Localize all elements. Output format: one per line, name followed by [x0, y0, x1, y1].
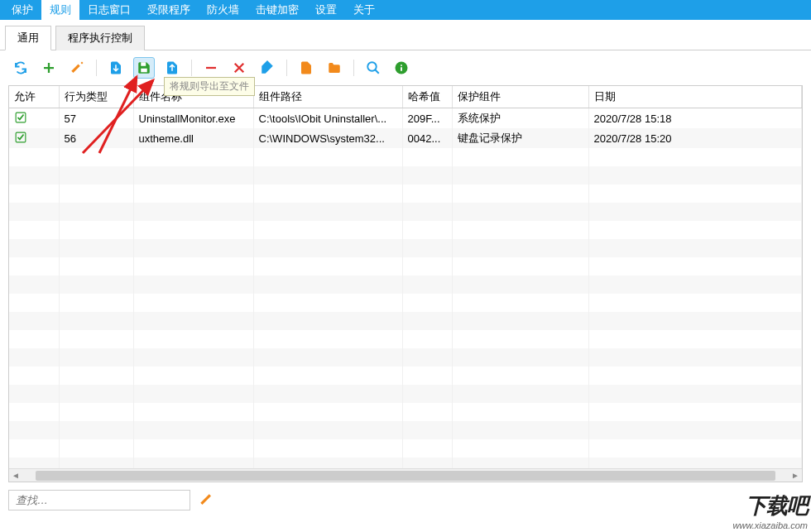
file-icon[interactable] — [295, 57, 317, 79]
menu-log[interactable]: 日志窗口 — [79, 0, 139, 20]
edit-icon[interactable] — [66, 57, 88, 79]
menu-firewall[interactable]: 防火墙 — [199, 0, 247, 20]
table-row-empty — [9, 385, 802, 403]
table-row-empty — [9, 239, 802, 257]
menu-restricted[interactable]: 受限程序 — [139, 0, 199, 20]
cell-type: 57 — [59, 108, 133, 129]
watermark-name: 下载吧 — [733, 491, 808, 520]
subtab-exec-control[interactable]: 程序执行控制 — [55, 26, 145, 50]
cell-hash: 0042... — [402, 128, 452, 148]
table-row-empty — [9, 439, 802, 458]
info-icon[interactable] — [391, 57, 412, 79]
col-hash[interactable]: 哈希值 — [402, 86, 452, 108]
menu-keystroke[interactable]: 击键加密 — [247, 0, 307, 20]
table-row-empty — [9, 367, 802, 385]
rules-table-container: 允许 行为类型 组件名称 组件路径 哈希值 保护组件 日期 57 Uninsta… — [8, 85, 803, 482]
svg-rect-1 — [141, 69, 147, 73]
col-date[interactable]: 日期 — [588, 86, 802, 108]
table-row-empty — [9, 312, 802, 330]
table-row-empty — [9, 185, 802, 203]
watermark-url: www.xiazaiba.com — [733, 520, 808, 530]
folder-icon[interactable] — [324, 57, 345, 79]
clear-search-icon[interactable] — [195, 489, 217, 510]
col-path[interactable]: 组件路径 — [253, 86, 402, 108]
table-row-empty — [9, 421, 802, 439]
cell-date: 2020/7/28 15:20 — [588, 128, 802, 148]
table-row-empty — [9, 403, 802, 421]
table-header-row: 允许 行为类型 组件名称 组件路径 哈希值 保护组件 日期 — [9, 86, 802, 108]
clean-icon[interactable] — [257, 57, 278, 79]
table-row-empty — [9, 257, 802, 276]
toolbar — [0, 50, 811, 85]
table-row[interactable]: 56 uxtheme.dll C:\WINDOWS\system32... 00… — [9, 128, 802, 148]
cell-name: uxtheme.dll — [133, 128, 253, 148]
cell-type: 56 — [59, 128, 133, 148]
rules-table: 允许 行为类型 组件名称 组件路径 哈希值 保护组件 日期 57 Uninsta… — [9, 86, 802, 476]
search-icon[interactable] — [362, 57, 384, 79]
table-row-empty — [9, 148, 802, 166]
cell-date: 2020/7/28 15:18 — [588, 108, 802, 129]
menu-rules[interactable]: 规则 — [41, 0, 79, 20]
scroll-thumb[interactable] — [36, 471, 775, 481]
scroll-left-icon[interactable]: ◄ — [9, 469, 22, 482]
menu-about[interactable]: 关于 — [345, 0, 383, 20]
watermark: 下载吧 www.xiazaiba.com — [733, 491, 808, 530]
col-protect[interactable]: 保护组件 — [452, 86, 588, 108]
cell-protect: 键盘记录保护 — [452, 128, 588, 148]
svg-point-2 — [367, 62, 377, 71]
cell-protect: 系统保护 — [452, 108, 588, 129]
table-row-empty — [9, 348, 802, 367]
cell-path: C:\tools\IObit Uninstaller\... — [253, 108, 402, 129]
tooltip: 将规则导出至文件 — [164, 77, 255, 96]
main-menubar: 保护 规则 日志窗口 受限程序 防火墙 击键加密 设置 关于 — [0, 0, 811, 20]
search-bar — [8, 489, 803, 510]
subtabs: 通用 程序执行控制 — [0, 25, 811, 50]
remove-icon[interactable] — [200, 57, 222, 79]
save-icon[interactable] — [133, 57, 155, 79]
table-row-empty — [9, 294, 802, 312]
cell-name: UninstallMonitor.exe — [133, 108, 253, 129]
col-allow[interactable]: 允许 — [9, 86, 59, 108]
import-icon[interactable] — [105, 57, 127, 79]
cell-hash: 209F... — [402, 108, 452, 129]
table-row-empty — [9, 276, 802, 294]
cell-allow — [9, 128, 59, 148]
table-row-empty — [9, 203, 802, 221]
delete-icon[interactable] — [228, 57, 250, 79]
table-row-empty — [9, 330, 802, 348]
svg-rect-0 — [141, 62, 146, 66]
menu-settings[interactable]: 设置 — [307, 0, 345, 20]
add-icon[interactable] — [38, 57, 60, 79]
separator — [191, 60, 192, 76]
cell-allow — [9, 108, 59, 129]
refresh-icon[interactable] — [10, 57, 31, 79]
scroll-right-icon[interactable]: ► — [789, 469, 802, 482]
menu-protect[interactable]: 保护 — [3, 0, 41, 20]
subtab-general[interactable]: 通用 — [5, 26, 51, 50]
table-row[interactable]: 57 UninstallMonitor.exe C:\tools\IObit U… — [9, 108, 802, 129]
cell-path: C:\WINDOWS\system32... — [253, 128, 402, 148]
col-type[interactable]: 行为类型 — [59, 86, 133, 108]
separator — [353, 60, 354, 76]
export-icon[interactable] — [161, 57, 183, 79]
table-row-empty — [9, 166, 802, 185]
search-input[interactable] — [8, 490, 190, 510]
separator — [286, 60, 287, 76]
horizontal-scrollbar[interactable]: ◄ ► — [9, 468, 802, 482]
separator — [96, 60, 97, 76]
table-row-empty — [9, 221, 802, 239]
